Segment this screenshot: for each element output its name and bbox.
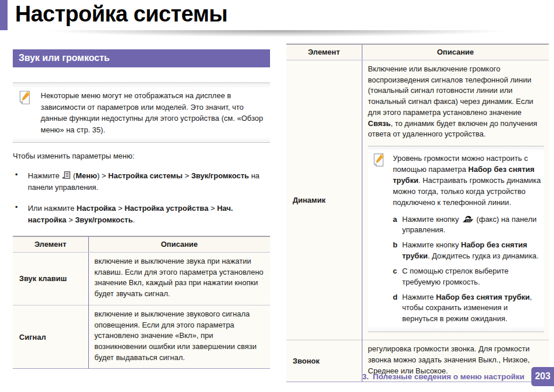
item-description: включение и выключение звука при нажатии… bbox=[88, 253, 270, 305]
intro-text: Чтобы изменить параметры меню: bbox=[13, 152, 270, 160]
step-text: Нажмите кнопку (факс) на панели управлен… bbox=[402, 214, 544, 236]
step-c: c С помощью стрелок выберите требуемую г… bbox=[393, 266, 544, 288]
page-header: Настройка системы bbox=[0, 0, 554, 30]
note-pencil-icon bbox=[371, 153, 386, 167]
column-header-item: Элемент bbox=[286, 44, 362, 60]
table-row: Сигнал включение и выключение звукового … bbox=[13, 305, 270, 369]
column-header-item: Элемент bbox=[13, 236, 88, 253]
bullet-marker: • bbox=[13, 170, 28, 193]
step-letter: c bbox=[393, 266, 402, 288]
table-header-row: Элемент Описание bbox=[286, 44, 549, 60]
speaker-note-text: Уровень громкости можно настроить с помо… bbox=[393, 153, 544, 208]
bullet-marker: • bbox=[13, 203, 28, 225]
item-key-sound: Звук клавиш bbox=[13, 253, 88, 305]
table-row-speaker: Динамик Включение или выключение громког… bbox=[286, 60, 549, 340]
sound-settings-table: Элемент Описание Звук клавиш включение и… bbox=[13, 236, 270, 369]
step-text: Нажмите Набор без снятия трубки, чтобы с… bbox=[402, 292, 544, 325]
menu-icon bbox=[62, 171, 70, 179]
step-letter: a bbox=[393, 214, 402, 236]
column-header-description: Описание bbox=[362, 44, 549, 60]
page-footer: 3.Полезные сведения о меню настройки 203 bbox=[362, 367, 554, 386]
bullet-text: Нажмите (Меню) > Настройка системы > Зву… bbox=[28, 170, 270, 193]
note-pencil-icon bbox=[17, 90, 32, 105]
title-shadow-divider bbox=[0, 30, 554, 39]
content-columns: Звук или громкость Некоторые меню могут … bbox=[0, 44, 554, 382]
step-text: Нажмите кнопку Набор без снятия трубки. … bbox=[402, 240, 544, 262]
right-column: Элемент Описание Динамик Включение или в… bbox=[286, 44, 549, 382]
speaker-note-box: Уровень громкости можно настроить с помо… bbox=[368, 146, 545, 332]
left-column: Звук или громкость Некоторые меню могут … bbox=[13, 44, 270, 382]
table-header-row: Элемент Описание bbox=[13, 236, 270, 253]
bullet-text: Или нажмите Настройка > Настройка устрой… bbox=[28, 203, 270, 225]
item-alarm-sound: Сигнал bbox=[13, 305, 88, 369]
footer-chapter-number: 3. bbox=[362, 372, 369, 381]
page-number-badge: 203 bbox=[531, 367, 554, 386]
step-b: b Нажмите кнопку Набор без снятия трубки… bbox=[393, 240, 544, 262]
step-text: С помощью стрелок выберите требуемую гро… bbox=[402, 266, 544, 288]
footer-chapter-title: 3.Полезные сведения о меню настройки bbox=[362, 372, 524, 381]
table-row: Звук клавиш включение и выключение звука… bbox=[13, 253, 270, 305]
speaker-description-cell: Включение или выключение громкого воспро… bbox=[362, 60, 549, 340]
bullet-item: • Нажмите (Меню) > Настройка системы > З… bbox=[13, 170, 270, 193]
speaker-steps: a Нажмите кнопку (факс) на панели управл… bbox=[393, 214, 544, 325]
note-text: Некоторые меню могут не отображаться на … bbox=[41, 90, 269, 135]
speaker-note-body: Уровень громкости можно настроить с помо… bbox=[393, 152, 544, 325]
step-letter: b bbox=[393, 240, 402, 262]
bullet-item: • Или нажмите Настройка > Настройка устр… bbox=[13, 203, 270, 225]
note-box: Некоторые меню могут не отображаться на … bbox=[13, 82, 270, 143]
step-d: d Нажмите Набор без снятия трубки, чтобы… bbox=[393, 292, 544, 325]
column-header-description: Описание bbox=[88, 236, 270, 253]
fax-icon bbox=[462, 215, 474, 223]
title-accent-bar bbox=[0, 0, 8, 30]
note-icon-wrap bbox=[371, 152, 387, 325]
page-title: Настройка системы bbox=[15, 2, 554, 27]
volume-settings-table: Элемент Описание Динамик Включение или в… bbox=[286, 44, 549, 382]
footer-chapter-label: Полезные сведения о меню настройки bbox=[373, 372, 524, 381]
step-letter: d bbox=[393, 292, 402, 325]
item-description: включение и выключение звукового сигнала… bbox=[88, 305, 270, 369]
speaker-description: Включение или выключение громкого воспро… bbox=[368, 64, 545, 140]
item-speaker: Динамик bbox=[286, 60, 362, 340]
note-icon-wrap bbox=[17, 89, 33, 135]
item-ring: Звонок bbox=[286, 340, 362, 382]
section-header-sound: Звук или громкость bbox=[13, 49, 270, 67]
step-a: a Нажмите кнопку (факс) на панели управл… bbox=[393, 214, 544, 236]
